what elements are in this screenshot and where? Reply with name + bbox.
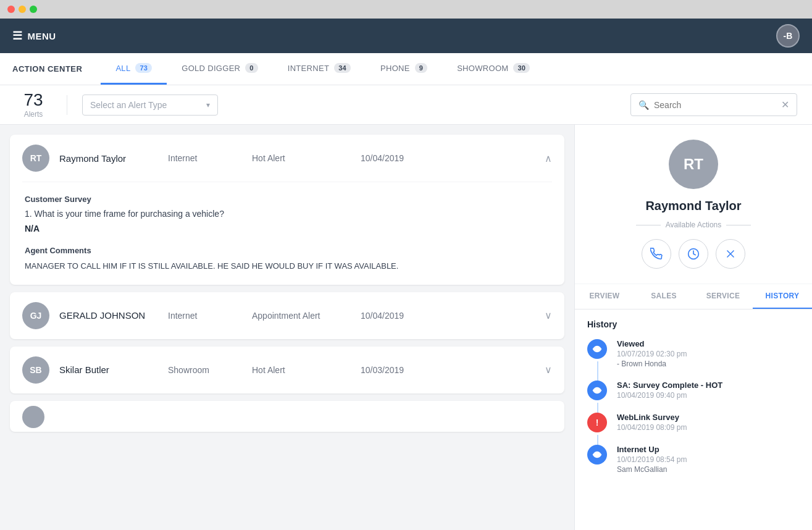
timeline-content-viewed: Viewed 10/07/2019 02:30 pm - Brown Honda (617, 339, 800, 368)
exclamation-icon: ! (596, 418, 599, 427)
timeline-icon-weblink: ! (587, 413, 607, 432)
alert-name-gerald-johnson: GERALD JOHNSON (59, 310, 158, 321)
history-section: History Viewed 10/07/2019 02:30 pm - Bro… (575, 309, 812, 496)
alert-row-partial[interactable] (10, 401, 564, 432)
alert-type-skilar-butler: Hot Alert (252, 365, 351, 375)
close-action-button[interactable] (716, 239, 745, 269)
customer-tab-service[interactable]: SERVICE (693, 284, 753, 309)
eye-icon (592, 344, 602, 354)
customer-header: RT Raymond Taylor Available Actions (575, 125, 812, 284)
tabs-container: ALL 73 GOLD DIGGER 0 INTERNET 34 PHONE 9… (101, 53, 545, 85)
clock-action-button[interactable] (679, 239, 708, 269)
alerts-count: 73 Alerts (15, 91, 52, 119)
eye-icon-3 (592, 450, 602, 460)
tab-gold-digger-badge: 0 (245, 63, 257, 73)
tab-all-label: ALL (115, 64, 130, 73)
alert-type-select[interactable]: Select an Alert Type ▾ (82, 95, 218, 116)
timeline-item-viewed: Viewed 10/07/2019 02:30 pm - Brown Honda (587, 339, 800, 381)
customer-tab-overview[interactable]: ERVIEW (575, 284, 634, 309)
comments-label: Agent Comments (25, 246, 550, 255)
chevron-down-icon-skilar: ∨ (545, 364, 552, 376)
customer-tab-history[interactable]: HISTORY (753, 284, 812, 309)
chevron-down-icon-gerald: ∨ (545, 309, 552, 321)
timeline-content-internet-up: Internet Up 10/01/2019 08:54 pm Sam McGa… (617, 445, 800, 474)
tab-all[interactable]: ALL 73 (101, 53, 167, 85)
customer-name: Raymond Taylor (587, 199, 800, 213)
tab-phone-badge: 9 (415, 63, 427, 73)
close-window-btn[interactable] (7, 6, 15, 13)
alert-row-raymond-taylor[interactable]: RT Raymond Taylor Internet Hot Alert 10/… (10, 135, 564, 182)
timeline-date-survey: 10/04/2019 09:40 pm (617, 391, 800, 400)
main-content: RT Raymond Taylor Internet Hot Alert 10/… (0, 125, 812, 530)
survey-answer: N/A (25, 224, 550, 233)
window-chrome (0, 0, 812, 19)
alert-card-skilar-butler: SB Skilar Butler Showroom Hot Alert 10/0… (10, 347, 564, 393)
tabs-bar: ACTION CENTER ALL 73 GOLD DIGGER 0 INTER… (0, 53, 812, 85)
alert-name-raymond-taylor: Raymond Taylor (59, 153, 158, 164)
timeline-icon-viewed (587, 339, 607, 359)
agent-comments: MANAGER TO CALL HIM IF IT IS STILL AVAIL… (25, 260, 550, 272)
tab-internet-label: INTERNET (288, 64, 329, 73)
menu-button[interactable]: ☰ MENU (12, 29, 56, 43)
actions-line-left (636, 225, 661, 225)
timeline-date-viewed: 10/07/2019 02:30 pm (617, 350, 800, 358)
maximize-window-btn[interactable] (30, 6, 37, 13)
svg-point-3 (596, 348, 598, 350)
search-icon: 🔍 (638, 100, 649, 110)
tab-showroom[interactable]: SHOWROOM 30 (442, 53, 545, 85)
alert-name-skilar-butler: Skilar Butler (59, 364, 158, 375)
customer-tab-sales[interactable]: SALES (634, 284, 693, 309)
tab-showroom-label: SHOWROOM (457, 64, 508, 73)
timeline-event-viewed: Viewed (617, 339, 800, 348)
timeline-item-weblink: ! WebLink Survey 10/04/2019 08:09 pm (587, 413, 800, 445)
timeline-sub-viewed: - Brown Honda (617, 360, 800, 368)
clock-icon (687, 248, 700, 260)
avatar-partial (22, 406, 44, 428)
tab-phone-label: PHONE (380, 64, 410, 73)
tab-gold-digger-label: GOLD DIGGER (182, 64, 240, 73)
timeline-event-weblink: WebLink Survey (617, 413, 800, 422)
tab-phone[interactable]: PHONE 9 (366, 53, 442, 85)
clear-search-icon[interactable]: ✕ (781, 99, 789, 111)
alert-row-skilar-butler[interactable]: SB Skilar Butler Showroom Hot Alert 10/0… (10, 347, 564, 393)
customer-avatar-large: RT (669, 140, 718, 189)
left-panel: RT Raymond Taylor Internet Hot Alert 10/… (0, 125, 574, 530)
timeline-date-weblink: 10/04/2019 08:09 pm (617, 423, 800, 432)
avatar-gerald-johnson: GJ (22, 302, 49, 329)
tab-showroom-badge: 30 (513, 63, 530, 73)
search-input[interactable] (654, 100, 781, 110)
tab-all-badge: 73 (135, 63, 152, 73)
timeline-icon-survey (587, 381, 607, 400)
filter-bar: 73 Alerts Select an Alert Type ▾ 🔍 ✕ (0, 85, 812, 125)
tab-internet[interactable]: INTERNET 34 (273, 53, 366, 85)
svg-point-5 (596, 453, 598, 456)
alert-type-placeholder: Select an Alert Type (90, 100, 206, 110)
alert-card-gerald-johnson: GJ GERALD JOHNSON Internet Appointment A… (10, 292, 564, 339)
timeline-content-weblink: WebLink Survey 10/04/2019 08:09 pm (617, 413, 800, 432)
alert-type-gerald-johnson: Appointment Alert (252, 311, 351, 321)
tab-gold-digger[interactable]: GOLD DIGGER 0 (167, 53, 272, 85)
chevron-up-icon: ∧ (545, 153, 552, 164)
timeline-event-survey: SA: Survey Complete - HOT (617, 381, 800, 390)
alert-card-partial (10, 401, 564, 432)
customer-tabs: ERVIEW SALES SERVICE HISTORY (575, 284, 812, 309)
filter-divider (67, 95, 67, 115)
user-avatar-nav[interactable]: -B (776, 24, 800, 48)
avatar-skilar-butler: SB (22, 356, 49, 384)
alert-date-raymond-taylor: 10/04/2019 (361, 153, 435, 163)
alert-row-gerald-johnson[interactable]: GJ GERALD JOHNSON Internet Appointment A… (10, 292, 564, 339)
alert-source-gerald-johnson: Internet (168, 311, 242, 321)
alerts-number: 73 (15, 91, 52, 109)
action-center-label: ACTION CENTER (12, 64, 82, 74)
alert-date-skilar-butler: 10/03/2019 (361, 365, 435, 375)
alert-source-skilar-butler: Showroom (168, 365, 242, 375)
minimize-window-btn[interactable] (19, 6, 26, 13)
right-panel: RT Raymond Taylor Available Actions (574, 125, 812, 530)
survey-question: 1. What is your time frame for purchasin… (25, 209, 550, 219)
phone-icon (650, 248, 663, 260)
timeline: Viewed 10/07/2019 02:30 pm - Brown Honda… (587, 339, 800, 486)
phone-action-button[interactable] (642, 239, 671, 269)
search-box: 🔍 ✕ (630, 93, 797, 116)
history-title: History (587, 319, 800, 329)
timeline-date-internet-up: 10/01/2019 08:54 pm (617, 455, 800, 464)
